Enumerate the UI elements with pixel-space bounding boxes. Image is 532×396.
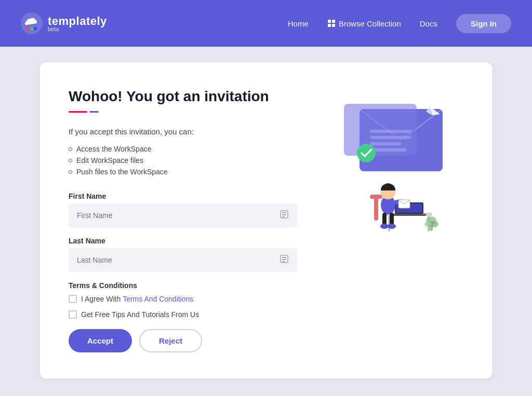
list-item: Access the WorkSpace: [69, 143, 297, 155]
illustration-section: [318, 88, 463, 352]
list-item: Edit WorkSpace files: [69, 155, 297, 166]
svg-rect-11: [282, 216, 285, 217]
logo-beta: beta: [48, 26, 107, 32]
tc-section-label: Terms & Conditions: [69, 281, 297, 290]
logo-text: templately beta: [48, 15, 107, 32]
nav-docs[interactable]: Docs: [420, 19, 437, 28]
card-title: Wohoo! You got an invitation: [69, 88, 297, 105]
svg-rect-13: [282, 257, 286, 258]
tips-label: Get Free Tips And Tutorials From Us: [81, 310, 199, 319]
logo-icon: [21, 12, 43, 34]
main-content: Wohoo! You got an invitation If you acce…: [0, 47, 532, 396]
svg-rect-4: [328, 20, 331, 23]
accept-button[interactable]: Accept: [69, 329, 132, 352]
last-name-input[interactable]: [77, 256, 280, 264]
svg-point-47: [424, 222, 432, 227]
tips-row: Get Free Tips And Tutorials From Us: [69, 310, 297, 319]
svg-rect-15: [282, 261, 285, 262]
benefit-1: Access the WorkSpace: [76, 145, 151, 153]
first-name-label: First Name: [69, 192, 297, 200]
grid-icon: [327, 19, 336, 28]
nav: Home Browse Collection Docs Sign In: [288, 14, 511, 33]
nav-home[interactable]: Home: [288, 19, 309, 28]
svg-rect-9: [282, 212, 286, 213]
svg-point-40: [388, 224, 396, 229]
svg-rect-7: [332, 24, 335, 27]
benefits-list: Access the WorkSpace Edit WorkSpace file…: [69, 143, 297, 177]
user-icon: [280, 210, 289, 221]
svg-point-1: [26, 27, 30, 30]
svg-rect-10: [282, 214, 286, 215]
title-underline: [69, 111, 297, 113]
svg-point-26: [357, 144, 376, 162]
user-icon-2: [280, 254, 289, 266]
tips-checkbox[interactable]: [69, 310, 77, 319]
underline-blue: [89, 111, 99, 113]
svg-point-39: [380, 224, 389, 229]
svg-rect-5: [332, 20, 335, 23]
last-name-field-wrapper[interactable]: [69, 248, 297, 272]
signin-button[interactable]: Sign In: [456, 14, 511, 33]
nav-browse-collection[interactable]: Browse Collection: [327, 19, 401, 28]
svg-rect-6: [328, 24, 331, 27]
last-name-label: Last Name: [69, 237, 297, 245]
invitation-illustration: [318, 93, 463, 249]
bullet-icon: [69, 170, 72, 174]
list-item: Push files to the WorkSpace: [69, 166, 297, 177]
nav-browse-collection-label: Browse Collection: [339, 19, 401, 28]
agree-tc-checkbox[interactable]: [69, 295, 77, 303]
invitation-card: Wohoo! You got an invitation If you acce…: [40, 62, 492, 378]
svg-rect-23: [344, 104, 417, 156]
svg-rect-28: [370, 195, 382, 199]
svg-point-2: [30, 27, 33, 30]
logo-area: templately beta: [21, 12, 107, 34]
benefit-3: Push files to the WorkSpace: [76, 168, 168, 176]
svg-point-3: [34, 27, 37, 30]
form-section: Wohoo! You got an invitation If you acce…: [69, 88, 297, 352]
tc-link[interactable]: Terms And Conditions: [123, 295, 193, 303]
svg-rect-34: [392, 214, 426, 216]
header: templately beta Home Browse Collection D…: [0, 0, 532, 47]
action-buttons: Accept Reject: [69, 329, 297, 352]
invitation-description: If you accept this invitation, you can:: [69, 127, 297, 136]
underline-red: [69, 111, 87, 113]
bullet-icon: [69, 147, 72, 151]
first-name-field-wrapper[interactable]: [69, 203, 297, 227]
agree-tc-row: I Agree With Terms And Conditions: [69, 295, 297, 303]
reject-button[interactable]: Reject: [139, 329, 202, 352]
first-name-input[interactable]: [77, 211, 280, 220]
bullet-icon: [69, 159, 72, 162]
agree-tc-text: I Agree With Terms And Conditions: [81, 295, 193, 303]
benefit-2: Edit WorkSpace files: [76, 156, 143, 165]
svg-rect-14: [282, 259, 286, 260]
